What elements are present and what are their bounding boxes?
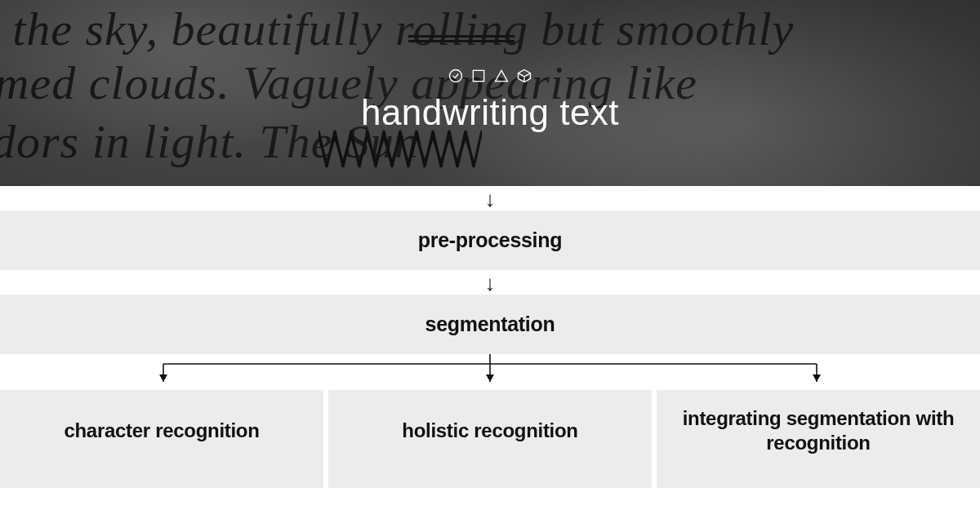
leaf-holistic-recognition: holistic recognition: [328, 390, 652, 488]
flowchart: ↓ pre-processing ↓ segmentation characte…: [0, 186, 980, 488]
stage-segmentation: segmentation: [0, 295, 980, 354]
cube-icon: [516, 68, 532, 84]
stage-preprocessing: pre-processing: [0, 210, 980, 270]
branch-connector: [0, 354, 980, 390]
icon-row: [448, 68, 532, 84]
hero-banner: w the sky, beautifully rolling but smoot…: [0, 0, 980, 186]
leaf-integrating: integrating segmentation with recognitio…: [657, 390, 980, 488]
arrow-down-icon: ↓: [485, 186, 496, 210]
square-icon: [470, 68, 487, 84]
leaf-row: character recognition holistic recogniti…: [0, 390, 980, 488]
triangle-icon: [493, 68, 510, 84]
arrow-down-icon: ↓: [485, 270, 496, 295]
svg-rect-1: [473, 70, 483, 81]
hero-title: handwriting text: [361, 92, 619, 133]
leaf-character-recognition: character recognition: [0, 390, 323, 488]
svg-point-0: [450, 70, 462, 82]
checkmark-circle-icon: [448, 68, 464, 84]
hero-content: handwriting text: [0, 0, 980, 186]
